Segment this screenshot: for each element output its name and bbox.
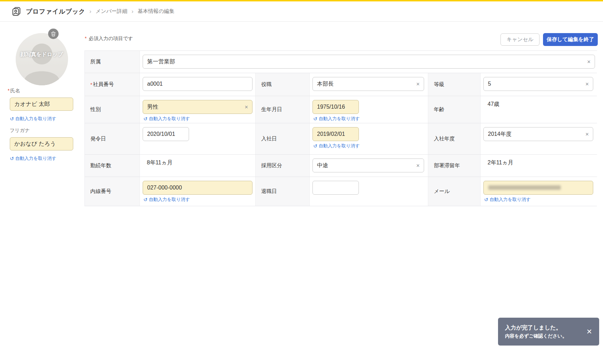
trash-icon [51, 31, 56, 37]
breadcrumb-root[interactable]: プロファイルブック [26, 7, 85, 16]
breadcrumb-member-detail[interactable]: メンバー詳細 [96, 8, 127, 15]
hire-year-label: 入社年度 [428, 123, 481, 154]
hire-year-input[interactable] [483, 127, 593, 141]
required-mark: * [8, 88, 9, 93]
form-row-contact: 内線番号 ↺自動入力を取り消す 退職日 メール ↺自動入力を取り消す [85, 177, 597, 206]
toast-close-icon[interactable]: ✕ [585, 326, 594, 337]
undo-icon: ↺ [143, 197, 148, 202]
form-row-employee: *社員番号 役職 ✕ 等級 ✕ [85, 73, 597, 96]
appointment-date-label: 発令日 [85, 123, 140, 154]
undo-autofill-email-link[interactable]: ↺自動入力を取り消す [484, 196, 595, 203]
undo-icon: ↺ [10, 116, 14, 121]
years-of-service-label: 勤続年数 [85, 155, 140, 177]
undo-autofill-birthdate-link[interactable]: ↺自動入力を取り消す [313, 116, 425, 122]
required-mark: * [90, 82, 92, 87]
kana-input[interactable] [10, 137, 73, 150]
undo-autofill-gender-link[interactable]: ↺自動入力を取り消す [143, 116, 253, 122]
form-row-dates: 発令日 入社日 ↺自動入力を取り消す 入社年度 ✕ [85, 123, 597, 155]
birthdate-label: 生年月日 [256, 96, 310, 123]
form-row-department: 所属 ✕ [85, 51, 597, 73]
undo-autofill-kana-link[interactable]: ↺自動入力を取り消す [10, 155, 56, 162]
basic-info-form: 所属 ✕ *社員番号 役職 ✕ 等級 [84, 51, 597, 206]
breadcrumb-current: 基本情報の編集 [138, 8, 174, 15]
cancel-button[interactable]: キャンセル [500, 33, 540, 46]
clear-icon[interactable]: ✕ [416, 163, 420, 168]
gender-input[interactable] [143, 100, 252, 114]
position-input[interactable] [312, 77, 424, 91]
undo-icon: ↺ [313, 116, 317, 121]
recruitment-type-input[interactable] [312, 158, 424, 172]
undo-autofill-name-link[interactable]: ↺自動入力を取り消す [10, 116, 56, 122]
clear-icon[interactable]: ✕ [585, 82, 589, 86]
page: プロファイルブック › メンバー詳細 › 基本情報の編集 顔写真をドロップ *氏… [0, 0, 603, 364]
department-input[interactable] [143, 55, 595, 69]
delete-photo-button[interactable] [48, 29, 59, 39]
save-and-finish-button[interactable]: 保存して編集を終了 [543, 33, 598, 46]
name-input[interactable] [10, 98, 73, 111]
toast-notification: 入力が完了しました。 内容を必ずご確認ください。 ✕ [498, 318, 599, 346]
undo-icon: ↺ [10, 156, 14, 161]
employee-number-label: *社員番号 [85, 73, 140, 96]
toast-title: 入力が完了しました。 [505, 324, 585, 332]
retirement-date-label: 退職日 [256, 177, 310, 206]
department-stay-value: 2年11ヵ月 [483, 158, 595, 166]
grade-label: 等級 [428, 73, 481, 96]
age-label: 年齢 [428, 96, 481, 123]
form-row-tenure: 勤続年数 8年11ヵ月 採用区分 ✕ 部署滞留年 2年11ヵ月 [85, 155, 597, 177]
breadcrumb-separator: › [131, 8, 134, 15]
years-of-service-value: 8年11ヵ月 [143, 158, 253, 166]
redacted-email-blur [488, 185, 561, 190]
clear-icon[interactable]: ✕ [587, 60, 591, 64]
employee-number-input[interactable] [143, 77, 252, 91]
department-label: 所属 [85, 51, 140, 73]
profile-photo-dropzone[interactable]: 顔写真をドロップ [16, 33, 68, 85]
clear-icon[interactable]: ✕ [244, 105, 248, 109]
birthdate-input[interactable] [312, 100, 359, 114]
kana-field-label: フリガナ [10, 127, 30, 134]
header: プロファイルブック › メンバー詳細 › 基本情報の編集 [0, 1, 603, 22]
undo-autofill-hire-date-link[interactable]: ↺自動入力を取り消す [313, 143, 425, 149]
position-label: 役職 [256, 73, 310, 96]
breadcrumb-separator: › [89, 8, 91, 15]
hire-date-label: 入社日 [256, 123, 310, 154]
extension-number-label: 内線番号 [85, 177, 140, 206]
photo-wash-overlay [16, 33, 68, 85]
required-note: * 必須入力の項目です [85, 36, 133, 42]
recruitment-type-label: 採用区分 [256, 155, 310, 177]
department-stay-label: 部署滞留年 [428, 155, 481, 177]
hire-date-input[interactable] [312, 127, 359, 141]
undo-icon: ↺ [484, 197, 488, 202]
grade-input[interactable] [483, 77, 593, 91]
clear-icon[interactable]: ✕ [585, 132, 589, 137]
undo-icon: ↺ [313, 144, 317, 148]
name-field-label: *氏名 [8, 88, 20, 94]
clear-icon[interactable]: ✕ [416, 82, 420, 86]
extension-number-input[interactable] [143, 181, 252, 195]
form-row-birth: 性別 ✕ ↺自動入力を取り消す 生年月日 ↺自動入力を取り消す 年齢 47歳 [85, 96, 597, 123]
photo-drop-label: 顔写真をドロップ [16, 51, 68, 58]
appointment-date-input[interactable] [143, 127, 189, 141]
toast-message: 内容を必ずご確認ください。 [505, 333, 585, 339]
age-value: 47歳 [483, 100, 595, 108]
retirement-date-input[interactable] [312, 181, 359, 195]
gender-label: 性別 [85, 96, 140, 123]
email-label: メール [428, 177, 481, 206]
profile-book-icon [11, 6, 22, 17]
undo-icon: ↺ [143, 116, 148, 121]
undo-autofill-extension-link[interactable]: ↺自動入力を取り消す [143, 196, 253, 203]
